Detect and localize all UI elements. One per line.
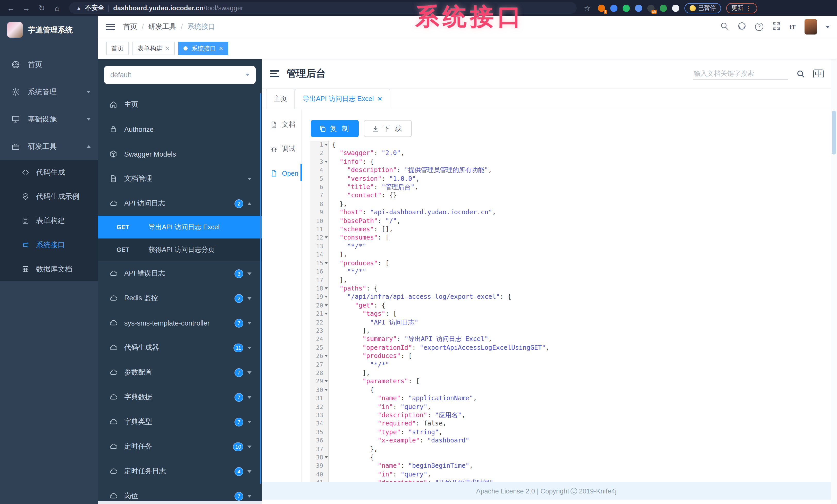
line-number[interactable]: 40 (310, 470, 328, 479)
line-number[interactable]: 37 (310, 445, 328, 453)
line-number[interactable]: 5 (310, 174, 328, 183)
close-icon[interactable]: ✕ (218, 45, 223, 52)
search-icon[interactable] (796, 69, 805, 78)
api-group[interactable]: API 错误日志3 (98, 261, 262, 286)
api-group[interactable]: 参数配置7 (98, 360, 262, 385)
line-number[interactable]: 36 (310, 436, 328, 445)
fold-caret-icon[interactable] (325, 161, 328, 163)
line-number[interactable]: 39 (310, 462, 328, 470)
ext-blue-pin[interactable] (610, 4, 617, 12)
user-menu-caret-icon[interactable] (826, 25, 830, 28)
collapse-menu-icon[interactable] (270, 69, 279, 79)
line-number[interactable]: 7 (310, 191, 328, 200)
api-sidebar-hscrollbar[interactable] (98, 501, 262, 504)
line-number[interactable]: 14 (310, 250, 328, 259)
help-icon[interactable]: ? (755, 23, 763, 31)
json-code-editor[interactable]: 1{2 "swagger": "2.0",3 "info": {4 "descr… (310, 141, 831, 482)
language-toggle-icon[interactable]: 中 (813, 69, 824, 78)
close-icon[interactable]: ✕ (165, 45, 170, 52)
group-select[interactable]: default (104, 66, 256, 84)
api-group[interactable]: 岗位7 (98, 484, 262, 501)
api-operation[interactable]: GET获得API 访问日志分页 (98, 239, 262, 261)
close-icon[interactable]: ✕ (377, 95, 382, 102)
sidebar-subitem-3[interactable]: 表单构建 (0, 209, 98, 233)
line-number[interactable]: 28 (310, 369, 328, 377)
line-number[interactable]: 23 (310, 326, 328, 335)
ext-green-leaf[interactable] (659, 4, 667, 12)
hamburger-icon[interactable] (106, 22, 115, 32)
doc-tab-主页[interactable]: 主页 (266, 89, 295, 109)
line-number[interactable]: 38 (310, 453, 328, 462)
copy-button[interactable]: 复 制 (311, 120, 359, 137)
api-group[interactable]: Redis 监控2 (98, 286, 262, 311)
line-number[interactable]: 4 (310, 166, 328, 174)
doc-tab-导出API 访问日志 Excel[interactable]: 导出API 访问日志 Excel✕ (295, 89, 390, 109)
sidebar-item-2[interactable]: 系统管理 (0, 78, 98, 106)
github-button[interactable] (737, 21, 746, 32)
ext-green-check[interactable] (622, 4, 629, 12)
update-browser-button[interactable]: 更新 ⋮ (726, 3, 757, 13)
line-number[interactable]: 9 (310, 208, 328, 217)
sidebar-subitem-4[interactable]: 系统接口 (0, 233, 98, 257)
tag-首页[interactable]: 首页 (106, 42, 129, 55)
line-number[interactable]: 1 (310, 141, 328, 149)
line-number[interactable]: 10 (310, 217, 328, 225)
fold-caret-icon[interactable] (325, 355, 328, 357)
line-number[interactable]: 17 (310, 276, 328, 284)
api-group[interactable]: 字典类型7 (98, 410, 262, 434)
reload-icon[interactable]: ↻ (34, 3, 50, 13)
api-menu-item[interactable]: 文档管理 (98, 166, 262, 191)
font-size-icon[interactable]: tT (789, 23, 796, 31)
doc-nav-文档[interactable]: 文档 (262, 116, 301, 133)
tag-表单构建[interactable]: 表单构建✕ (132, 42, 175, 55)
line-number[interactable]: 26 (310, 352, 328, 360)
tag-系统接口[interactable]: 系统接口✕ (178, 42, 228, 55)
page-scrollbar-track[interactable] (831, 59, 837, 504)
ext-orange-circle[interactable]: 1 (598, 4, 605, 12)
paused-extension-pill[interactable]: 已暂停 (684, 3, 721, 13)
fold-caret-icon[interactable] (325, 144, 328, 146)
api-group[interactable]: 定时任务10 (98, 434, 262, 459)
api-group[interactable]: API 访问日志2 (98, 191, 262, 216)
line-number[interactable]: 24 (310, 335, 328, 343)
sidebar-item-4[interactable]: 研发工具 (0, 133, 98, 160)
api-menu-item[interactable]: 主页 (98, 92, 262, 117)
line-number[interactable]: 13 (310, 242, 328, 250)
bookmark-star-icon[interactable]: ☆ (584, 4, 590, 12)
api-group[interactable]: 字典数据7 (98, 385, 262, 410)
ext-dark-ch[interactable]: ch (647, 4, 654, 12)
user-avatar[interactable] (804, 19, 817, 35)
ext-white-flower[interactable] (672, 4, 679, 12)
line-number[interactable]: 16 (310, 267, 328, 276)
line-number[interactable]: 11 (310, 225, 328, 234)
api-sidebar-scrollbar[interactable] (260, 93, 261, 484)
line-number[interactable]: 32 (310, 403, 328, 411)
api-group[interactable]: 代码生成器11 (98, 335, 262, 360)
api-menu-item[interactable]: Swagger Models (98, 142, 262, 166)
line-number[interactable]: 29 (310, 377, 328, 386)
line-number[interactable]: 20 (310, 301, 328, 310)
fold-caret-icon[interactable] (325, 380, 328, 382)
fold-caret-icon[interactable] (325, 389, 328, 391)
line-number[interactable]: 30 (310, 386, 328, 394)
page-scrollbar-thumb[interactable] (832, 111, 836, 154)
api-menu-item[interactable]: Authorize (98, 117, 262, 142)
sidebar-item-1[interactable]: 首页 (0, 51, 98, 78)
breadcrumb-item[interactable]: 研发工具 (148, 22, 176, 32)
line-number[interactable]: 33 (310, 411, 328, 419)
line-number[interactable]: 41 (310, 479, 328, 482)
line-number[interactable]: 2 (310, 149, 328, 157)
fold-caret-icon[interactable] (325, 304, 328, 306)
sidebar-subitem-5[interactable]: 数据库文档 (0, 257, 98, 281)
fold-caret-icon[interactable] (325, 313, 328, 315)
line-number[interactable]: 21 (310, 310, 328, 318)
download-button[interactable]: 下 载 (364, 120, 412, 137)
home-icon[interactable]: ⌂ (50, 4, 65, 12)
fold-caret-icon[interactable] (325, 296, 328, 298)
fold-caret-icon[interactable] (325, 456, 328, 459)
fold-caret-icon[interactable] (325, 237, 328, 239)
doc-nav-调试[interactable]: 调试 (262, 140, 301, 157)
doc-nav-Open[interactable]: Open (262, 164, 301, 182)
forward-arrow-icon[interactable]: → (19, 4, 34, 12)
sidebar-subitem-1[interactable]: 代码生成 (0, 160, 98, 184)
